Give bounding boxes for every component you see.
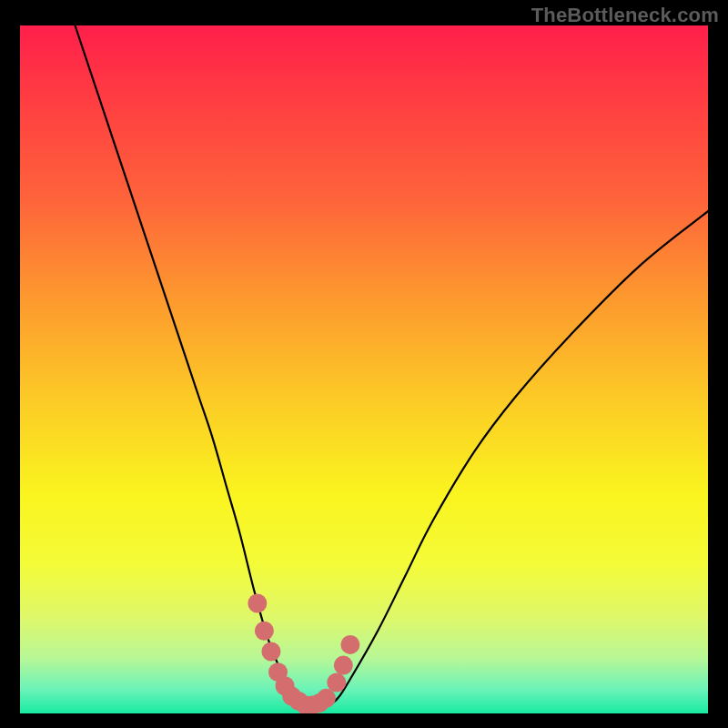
marker-dot — [334, 656, 353, 675]
marker-dot — [317, 689, 336, 708]
marker-dot — [340, 635, 359, 654]
marker-dot — [248, 594, 267, 613]
plot-svg — [20, 25, 708, 713]
marker-dot — [261, 642, 280, 661]
plot-area — [20, 25, 708, 713]
chart-stage: TheBottleneck.com — [0, 0, 728, 728]
gradient-background — [20, 25, 708, 713]
watermark-text: TheBottleneck.com — [531, 4, 719, 27]
marker-dot — [327, 672, 346, 692]
marker-dot — [255, 622, 274, 641]
